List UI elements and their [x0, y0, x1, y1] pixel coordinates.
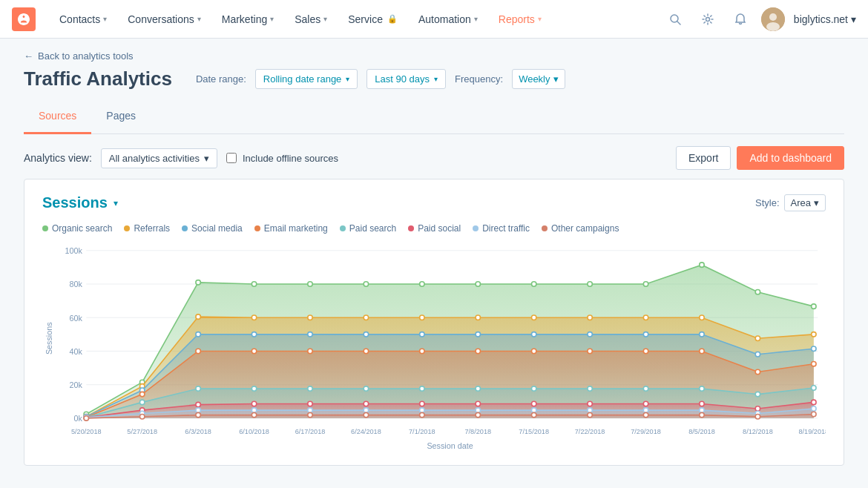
frequency-select[interactable]: Weekly ▾ — [512, 69, 565, 89]
svg-point-117 — [476, 401, 480, 406]
date-range-days-select[interactable]: Last 90 days ▾ — [366, 69, 446, 89]
chart-area: 100k 80k 60k 40k 20k 0k Sessions 5/20/20… — [42, 243, 826, 450]
svg-text:40k: 40k — [70, 347, 83, 356]
hubspot-logo[interactable] — [12, 7, 36, 31]
svg-text:6/17/2018: 6/17/2018 — [295, 428, 326, 435]
svg-point-106 — [700, 386, 704, 391]
svg-point-116 — [420, 401, 424, 406]
svg-text:7/22/2018: 7/22/2018 — [575, 428, 605, 435]
legend-referrals: Referrals — [124, 223, 170, 234]
chart-style-select[interactable]: Area ▾ — [784, 194, 826, 211]
svg-point-113 — [251, 401, 256, 406]
nav-automation[interactable]: Automation ▾ — [410, 7, 487, 31]
svg-point-40 — [364, 282, 368, 286]
analytics-view-select[interactable]: All analytics activities ▾ — [101, 148, 217, 168]
svg-point-104 — [588, 386, 592, 391]
svg-point-147 — [476, 412, 480, 417]
chevron-down-icon: ▾ — [434, 75, 438, 83]
svg-point-146 — [420, 412, 424, 417]
nav-conversations[interactable]: Conversations ▾ — [119, 7, 210, 31]
svg-point-100 — [364, 386, 368, 391]
nav-marketing[interactable]: Marketing ▾ — [213, 7, 283, 31]
svg-point-89 — [588, 349, 592, 353]
svg-point-97 — [196, 386, 200, 391]
svg-point-61 — [700, 315, 704, 320]
offline-sources-checkbox-label[interactable]: Include offline sources — [226, 153, 338, 164]
svg-text:20k: 20k — [70, 380, 83, 389]
tab-pages[interactable]: Pages — [91, 99, 151, 134]
search-button[interactable] — [663, 7, 687, 31]
svg-point-143 — [251, 412, 256, 417]
legend-dot-organic — [42, 225, 48, 231]
nav-sales[interactable]: Sales ▾ — [286, 7, 336, 31]
user-menu[interactable]: biglytics.net ▾ — [794, 13, 856, 25]
svg-text:Sessions: Sessions — [45, 322, 53, 355]
legend-paid-search: Paid search — [340, 223, 396, 234]
svg-point-42 — [476, 282, 480, 286]
svg-point-62 — [755, 336, 760, 340]
legend-dot-paid-search — [340, 225, 346, 231]
svg-point-78 — [812, 346, 816, 351]
svg-point-86 — [420, 349, 424, 353]
filter-row: Date range: Rolling date range ▾ Last 90… — [196, 69, 565, 89]
svg-point-107 — [755, 392, 760, 396]
svg-point-96 — [139, 400, 144, 404]
svg-point-141 — [139, 415, 144, 419]
chevron-down-icon: ▾ — [346, 75, 349, 83]
svg-point-83 — [251, 349, 256, 353]
svg-text:0k: 0k — [73, 414, 82, 423]
svg-point-38 — [251, 282, 256, 286]
svg-point-92 — [755, 369, 760, 374]
svg-point-120 — [643, 401, 648, 406]
chevron-down-icon: ▾ — [538, 15, 542, 23]
svg-point-37 — [196, 280, 200, 285]
svg-point-145 — [364, 412, 368, 417]
svg-point-101 — [420, 386, 424, 391]
svg-point-44 — [588, 282, 592, 286]
svg-text:7/15/2018: 7/15/2018 — [519, 428, 549, 435]
svg-point-57 — [476, 315, 480, 320]
svg-point-108 — [812, 386, 816, 390]
chevron-down-icon: ▾ — [851, 13, 856, 25]
svg-point-130 — [364, 408, 368, 412]
svg-point-118 — [531, 401, 536, 406]
svg-text:60k: 60k — [70, 314, 83, 323]
analytics-left: Analytics view: All analytics activities… — [24, 148, 338, 168]
tab-sources[interactable]: Sources — [24, 99, 91, 134]
nav-service[interactable]: Service 🔒 — [339, 7, 407, 31]
svg-point-132 — [476, 408, 480, 412]
svg-point-140 — [84, 416, 88, 421]
svg-point-71 — [420, 332, 424, 337]
svg-point-74 — [588, 332, 592, 337]
svg-point-56 — [420, 315, 424, 320]
sessions-chart: 100k 80k 60k 40k 20k 0k Sessions 5/20/20… — [42, 243, 826, 450]
svg-point-142 — [196, 412, 200, 417]
date-range-select[interactable]: Rolling date range ▾ — [255, 69, 358, 89]
svg-text:5/27/2018: 5/27/2018 — [127, 428, 157, 435]
svg-text:6/24/2018: 6/24/2018 — [351, 428, 381, 435]
nav-items: Contacts ▾ Conversations ▾ Marketing ▾ S… — [50, 7, 663, 31]
chart-title-group: Sessions ▾ — [42, 194, 118, 211]
svg-point-53 — [251, 315, 256, 320]
svg-point-105 — [643, 386, 648, 391]
notifications-button[interactable] — [729, 7, 752, 31]
nav-reports[interactable]: Reports ▾ — [490, 7, 550, 31]
add-to-dashboard-button[interactable]: Add to dashboard — [737, 146, 844, 170]
export-button[interactable]: Export — [676, 146, 731, 170]
svg-point-41 — [420, 282, 424, 286]
svg-text:7/8/2018: 7/8/2018 — [464, 428, 491, 435]
nav-contacts[interactable]: Contacts ▾ — [50, 7, 116, 31]
svg-point-52 — [196, 314, 200, 319]
offline-sources-checkbox[interactable] — [226, 153, 237, 163]
back-link[interactable]: ← Back to analytics tools — [24, 50, 134, 62]
svg-point-54 — [308, 315, 312, 320]
avatar[interactable] — [761, 7, 785, 31]
svg-text:6/10/2018: 6/10/2018 — [239, 428, 269, 435]
sessions-dropdown-icon[interactable]: ▾ — [114, 198, 118, 208]
analytics-right: Export Add to dashboard — [676, 146, 844, 170]
svg-point-127 — [196, 408, 200, 412]
svg-point-75 — [643, 332, 648, 337]
svg-point-70 — [364, 332, 368, 337]
settings-button[interactable] — [696, 7, 720, 31]
topnav-right: biglytics.net ▾ — [663, 7, 856, 31]
